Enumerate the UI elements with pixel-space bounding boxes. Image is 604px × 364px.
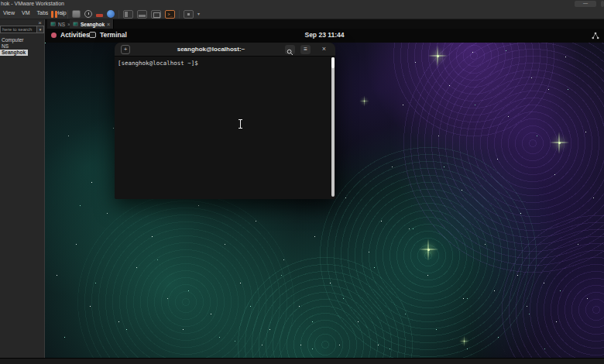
toolbar-separator bbox=[118, 10, 119, 19]
menu-tabs[interactable]: Tabs bbox=[37, 10, 49, 15]
show-library-icon[interactable] bbox=[123, 10, 133, 19]
window-title: hok - VMware Workstation bbox=[1, 1, 64, 6]
menu-vm[interactable]: VM bbox=[22, 10, 30, 15]
tab-label: NS bbox=[58, 22, 65, 27]
menu-view[interactable]: View bbox=[3, 10, 15, 15]
terminal-menu-icon[interactable]: ≡ bbox=[300, 45, 311, 54]
network-status-icon[interactable] bbox=[592, 32, 599, 39]
show-console-icon[interactable] bbox=[137, 10, 147, 19]
vmware-statusbar bbox=[0, 358, 604, 364]
shell-prompt: [seanghok@localhost ~]$ bbox=[118, 60, 198, 67]
terminal-scrollbar[interactable] bbox=[331, 57, 335, 197]
toolbar: ▾ >_ ▾ bbox=[51, 9, 200, 19]
revert-snapshot-icon[interactable] bbox=[96, 14, 103, 17]
toolbar-separator bbox=[179, 10, 180, 19]
vm-thumbnail-icon bbox=[73, 22, 78, 26]
terminal-screen[interactable]: [seanghok@localhost ~]$ bbox=[115, 57, 335, 199]
vm-display: Activities Terminal Sep 23 11:44 + seang… bbox=[45, 29, 604, 358]
terminal-titlebar[interactable]: + seanghok@localhost:~ ≡ × bbox=[115, 43, 335, 57]
tab-seanghok[interactable]: Seanghok × bbox=[70, 19, 114, 29]
window-titlebar: hok - VMware Workstation — bbox=[0, 0, 604, 8]
new-tab-icon[interactable]: + bbox=[121, 45, 130, 54]
scrollbar-thumb[interactable] bbox=[331, 57, 335, 68]
vm-tabbar: NS × Seanghok × bbox=[45, 19, 604, 29]
toolbar-separator bbox=[67, 10, 68, 19]
fullscreen-icon[interactable] bbox=[151, 10, 161, 19]
snapshot-manager-icon[interactable] bbox=[107, 10, 115, 18]
library-tree: Computer NS Seanghok bbox=[0, 37, 44, 56]
clock-button[interactable]: Sep 23 11:44 bbox=[45, 31, 604, 39]
tab-close-icon[interactable]: × bbox=[107, 22, 110, 27]
vmware-workstation-window: hok - VMware Workstation — View VM Tabs … bbox=[0, 0, 604, 364]
stretch-dropdown-icon[interactable]: ▾ bbox=[197, 12, 200, 16]
terminal-title: seanghok@localhost:~ bbox=[146, 46, 276, 53]
tree-item-ns[interactable]: NS bbox=[0, 43, 44, 50]
library-sidebar: × here to search ▾ Computer NS Seanghok bbox=[0, 19, 45, 358]
gnome-topbar: Activities Terminal Sep 23 11:44 bbox=[45, 29, 604, 43]
tab-label: Seanghok bbox=[81, 22, 105, 27]
vm-thumbnail-icon bbox=[50, 22, 56, 26]
power-dropdown-icon[interactable]: ▾ bbox=[61, 12, 63, 16]
snapshot-clock-icon[interactable] bbox=[84, 10, 92, 18]
bright-star bbox=[427, 249, 430, 251]
library-search-input[interactable]: here to search ▾ bbox=[0, 26, 44, 33]
bright-star bbox=[558, 142, 561, 144]
send-ctrl-alt-del-icon[interactable] bbox=[72, 10, 81, 18]
terminal-search-icon[interactable] bbox=[285, 45, 295, 54]
free-stretch-icon[interactable] bbox=[184, 10, 194, 19]
bright-star bbox=[464, 341, 465, 342]
menu-toolbar-row: View VM Tabs Help ▾ >_ ▾ bbox=[0, 8, 604, 19]
library-search-text: here to search bbox=[1, 27, 36, 32]
pause-vm-icon[interactable] bbox=[51, 11, 57, 18]
nebula-ring bbox=[77, 194, 294, 358]
tree-item-computer[interactable]: Computer bbox=[0, 37, 44, 43]
terminal-close-icon[interactable]: × bbox=[319, 45, 329, 54]
maximize-button[interactable] bbox=[601, 1, 604, 7]
minimize-button[interactable]: — bbox=[575, 1, 596, 7]
search-dropdown-icon[interactable]: ▾ bbox=[36, 26, 43, 33]
console-terminal-icon[interactable]: >_ bbox=[165, 10, 175, 19]
tree-item-seanghok[interactable]: Seanghok bbox=[0, 50, 28, 56]
terminal-window: + seanghok@localhost:~ ≡ × [seanghok@loc… bbox=[115, 43, 335, 199]
starfield bbox=[45, 43, 46, 43]
bright-star bbox=[437, 55, 439, 57]
bright-star bbox=[364, 101, 365, 102]
